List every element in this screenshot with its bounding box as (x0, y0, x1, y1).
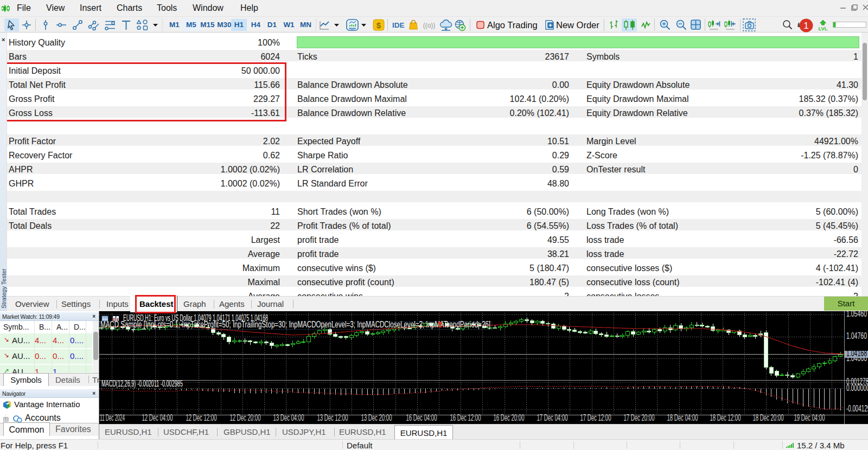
svg-text:12 Dec 20:00: 12 Dec 20:00 (230, 413, 261, 422)
svg-text:12 Dec 12:00: 12 Dec 12:00 (186, 413, 217, 422)
svg-text:MACD Sample [InpLots=0.1; InpT: MACD Sample [InpLots=0.1; InpTakeProfit=… (100, 320, 490, 329)
svg-text:1.04760: 1.04760 (846, 331, 867, 340)
svg-text:16 Dec 04:00: 16 Dec 04:00 (406, 413, 437, 422)
svg-text:0.000000: 0.000000 (846, 383, 868, 393)
svg-text:16 Dec 12:00: 16 Dec 12:00 (450, 413, 481, 422)
svg-text:IDE: IDE (392, 21, 405, 29)
svg-text:1.04168: 1.04168 (846, 349, 867, 358)
svg-text:13 Dec 04:00: 13 Dec 04:00 (273, 413, 304, 422)
svg-text:1: 1 (803, 21, 808, 31)
svg-text:$: $ (376, 21, 381, 30)
svg-text:18 Dec 04:00: 18 Dec 04:00 (667, 413, 698, 422)
svg-text:((o)): ((o)) (423, 22, 436, 29)
svg-text:Algo Trading: Algo Trading (487, 20, 538, 30)
svg-text:11 Dec 2024: 11 Dec 2024 (100, 413, 125, 422)
svg-text:New Order: New Order (556, 20, 599, 30)
svg-text:13 Dec 12:00: 13 Dec 12:00 (317, 413, 348, 422)
svg-text:1.05460: 1.05460 (846, 311, 867, 318)
svg-text:18 Dec 12:00: 18 Dec 12:00 (710, 413, 741, 422)
svg-text:LVL: LVL (818, 25, 827, 31)
svg-text:17 Dec 12:00: 17 Dec 12:00 (580, 413, 611, 422)
svg-text:MACD(12,26,9) -0.002011 -0.002: MACD(12,26,9) -0.002011 -0.002985 (101, 379, 183, 388)
svg-text:19 Dec 04:00: 19 Dec 04:00 (794, 413, 825, 422)
svg-text:-0.004129: -0.004129 (846, 404, 868, 413)
svg-text:12 Dec 04:00: 12 Dec 04:00 (142, 413, 173, 422)
svg-text:18 Dec 20:00: 18 Dec 20:00 (753, 413, 784, 422)
svg-text:17 Dec 20:00: 17 Dec 20:00 (624, 413, 655, 422)
svg-text:13 Dec 20:00: 13 Dec 20:00 (361, 413, 392, 422)
svg-text:16 Dec 20:00: 16 Dec 20:00 (494, 413, 525, 422)
svg-text:17 Dec 04:00: 17 Dec 04:00 (537, 413, 568, 422)
